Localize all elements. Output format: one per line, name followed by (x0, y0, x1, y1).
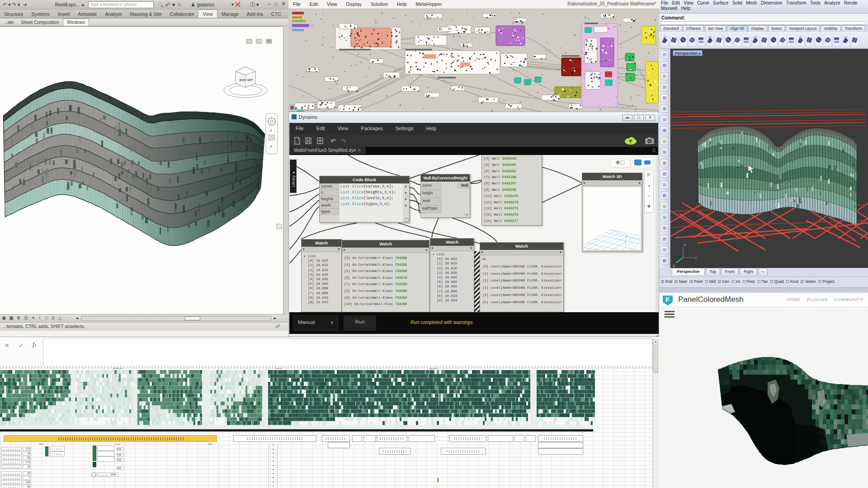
svg-text:BACK: BACK (240, 79, 246, 81)
svg-text:y: y (673, 263, 675, 267)
svg-text:x: x (695, 256, 697, 260)
svg-text:z: z (684, 243, 686, 247)
svg-text:▾: ▾ (270, 144, 272, 149)
svg-text:LEFT: LEFT (247, 79, 253, 81)
svg-text:▾: ▾ (270, 128, 272, 133)
